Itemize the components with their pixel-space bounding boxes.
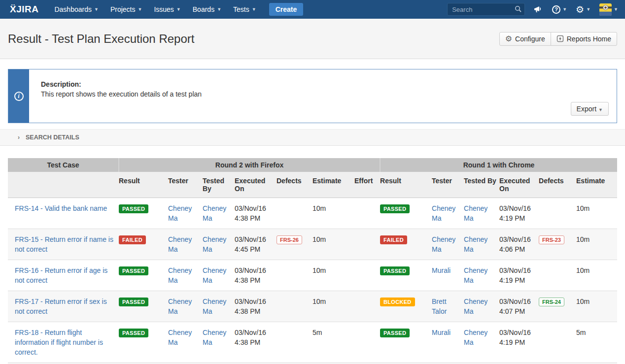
search-details-toggle[interactable]: › SEARCH DETAILS: [0, 129, 625, 146]
gear-icon: ⚙: [505, 35, 512, 43]
column-header-estimate: Estimate: [312, 172, 354, 198]
test-case-key: FRS-15: [15, 235, 38, 243]
chevron-down-icon: ▼: [614, 7, 618, 12]
test-case-link[interactable]: FRS-18 - Return flight information if fl…: [15, 329, 103, 356]
tester-link[interactable]: Cheney Ma: [432, 235, 455, 253]
nav-item-dashboards[interactable]: Dashboards ▼: [54, 5, 98, 13]
executed-on-value: 03/Nov/16 4:19 PM: [499, 198, 539, 229]
tested-by-link[interactable]: Cheney Ma: [464, 329, 487, 346]
tested-by-link[interactable]: Cheney Ma: [203, 204, 226, 222]
nav-item-label: Boards: [193, 5, 214, 13]
tested-by-link[interactable]: Cheney Ma: [464, 266, 487, 284]
nav-item-projects[interactable]: Projects ▼: [110, 5, 142, 13]
status-badge: PASSED: [119, 266, 148, 275]
create-button[interactable]: Create: [269, 3, 304, 16]
test-case-key: FRS-18: [15, 329, 38, 336]
test-case-summary: Valid the bank name: [45, 204, 107, 212]
tester-link[interactable]: Cheney Ma: [432, 204, 455, 222]
table-row: FRS-18 - Return flight information if fl…: [8, 322, 617, 363]
tested-by-link[interactable]: Cheney Ma: [464, 204, 487, 222]
test-case-key: FRS-14: [15, 204, 38, 212]
chevron-down-icon: ▼: [252, 7, 256, 12]
status-badge: BLOCKED: [380, 298, 415, 306]
nav-item-tests[interactable]: Tests ▼: [233, 5, 256, 13]
estimate-value: 5m: [576, 322, 617, 363]
search-input[interactable]: [447, 3, 525, 16]
column-header-executed-on: Executed On: [235, 172, 277, 198]
executed-on-value: 03/Nov/16 4:38 PM: [235, 322, 277, 363]
estimate-value: 10m: [312, 291, 354, 322]
defect-badge[interactable]: FRS-23: [539, 235, 564, 244]
tested-by-link[interactable]: Cheney Ma: [203, 266, 226, 284]
column-header-defects: Defects: [539, 172, 576, 198]
jira-logo[interactable]: ẌJIRA: [10, 4, 38, 15]
tester-link[interactable]: Murali: [432, 266, 451, 274]
chevron-down-icon: ▼: [138, 7, 142, 12]
column-header-tested-by: Tested By: [203, 172, 235, 198]
nav-item-label: Dashboards: [54, 5, 92, 13]
description-panel: i Description: This report shows the exe…: [8, 69, 617, 123]
test-case-link[interactable]: FRS-14 - Valid the bank name: [15, 204, 107, 212]
reports-home-button[interactable]: Reports Home: [551, 32, 617, 46]
estimate-value: 10m: [576, 291, 617, 322]
tester-link[interactable]: Brett Talor: [432, 298, 447, 315]
separator: -: [38, 235, 44, 243]
column-header-empty: [8, 172, 119, 198]
tester-link[interactable]: Cheney Ma: [168, 235, 192, 253]
configure-label: Configure: [515, 35, 545, 43]
group-header-test-case: Test Case: [8, 158, 119, 172]
tester-link[interactable]: Cheney Ma: [168, 266, 192, 284]
test-case-link[interactable]: FRS-17 - Return error if sex is not corr…: [15, 298, 107, 315]
announcements-button[interactable]: [534, 5, 543, 14]
chevron-down-icon: ▼: [586, 7, 590, 12]
tested-by-link[interactable]: Cheney Ma: [203, 235, 226, 253]
test-case-key: FRS-16: [15, 266, 38, 274]
tester-link[interactable]: Cheney Ma: [168, 298, 192, 315]
reports-home-label: Reports Home: [567, 35, 611, 43]
column-header-tested-by: Tested By: [464, 172, 499, 198]
table-row: FRS-14 - Valid the bank name PASSED Chen…: [8, 198, 617, 229]
column-header-estimate: Estimate: [576, 172, 617, 198]
configure-button[interactable]: ⚙ Configure: [499, 32, 551, 46]
status-badge: FAILED: [380, 235, 407, 244]
executed-on-value: 03/Nov/16 4:19 PM: [499, 260, 539, 291]
defect-badge[interactable]: FRS-26: [277, 235, 302, 244]
description-label: Description:: [41, 80, 607, 88]
column-header-result: Result: [119, 172, 168, 198]
header-actions: ⚙ Configure Reports Home: [499, 32, 617, 46]
test-case-link[interactable]: FRS-16 - Return error if age is not corr…: [15, 266, 107, 284]
tester-link[interactable]: Cheney Ma: [168, 329, 192, 346]
export-button[interactable]: Export▼: [571, 102, 609, 116]
column-header-tester: Tester: [168, 172, 203, 198]
user-menu[interactable]: ▼: [599, 3, 618, 16]
effort-value: [354, 229, 380, 260]
tester-link[interactable]: Murali: [432, 329, 451, 336]
tested-by-link[interactable]: Cheney Ma: [464, 298, 487, 315]
effort-value: [354, 322, 380, 363]
megaphone-icon: [534, 5, 543, 14]
settings-menu[interactable]: ⚙ ▼: [576, 5, 590, 14]
execution-report-table: Test Case Round 2 with Firefox Round 1 w…: [8, 158, 617, 364]
status-badge: PASSED: [380, 329, 410, 337]
column-header-result: Result: [380, 172, 432, 198]
nav-item-boards[interactable]: Boards ▼: [193, 5, 221, 13]
avatar: [599, 3, 612, 16]
gear-icon: ⚙: [576, 5, 584, 14]
table-group-header-row: Test Case Round 2 with Firefox Round 1 w…: [8, 158, 617, 172]
nav-item-issues[interactable]: Issues ▼: [154, 5, 180, 13]
help-menu[interactable]: ? ▼: [552, 5, 567, 14]
page-title: Result - Test Plan Execution Report: [8, 32, 194, 46]
separator: -: [38, 204, 44, 212]
tested-by-link[interactable]: Cheney Ma: [203, 298, 226, 315]
effort-value: [354, 198, 380, 229]
test-case-link[interactable]: FRS-15 - Return error if name is not cor…: [15, 235, 113, 253]
tester-link[interactable]: Cheney Ma: [168, 204, 192, 222]
separator: -: [38, 266, 44, 274]
defect-badge[interactable]: FRS-24: [539, 298, 564, 306]
description-body: Description: This report shows the execu…: [29, 69, 617, 123]
chevron-down-icon: ▼: [598, 107, 603, 112]
tested-by-link[interactable]: Cheney Ma: [464, 235, 487, 253]
tested-by-link[interactable]: Cheney Ma: [203, 329, 226, 346]
table-row: FRS-17 - Return error if sex is not corr…: [8, 291, 617, 322]
estimate-value: 10m: [312, 229, 354, 260]
